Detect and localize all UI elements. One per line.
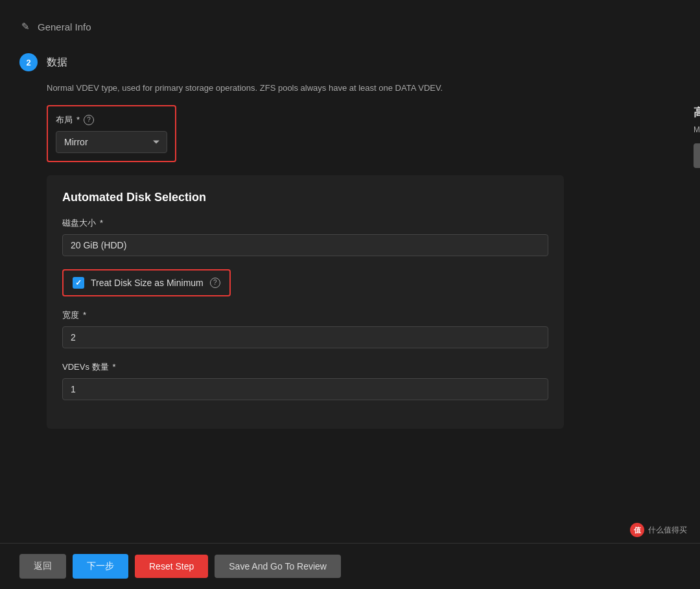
step-section: 2 数据 xyxy=(19,53,681,71)
vdevs-label: VDEVs 数量 * xyxy=(62,361,548,373)
disk-size-label-text: 磁盘大小 xyxy=(62,217,96,229)
disk-size-field: 磁盘大小 * 20 GiB (HDD) 40 GiB (SSD) 100 GiB… xyxy=(62,217,548,256)
vdevs-select-wrapper: 1 2 3 4 xyxy=(62,378,548,400)
disk-size-label: 磁盘大小 * xyxy=(62,217,548,229)
side-panel-title: 高级选项 xyxy=(694,105,700,120)
width-required: * xyxy=(83,310,86,320)
disk-size-required: * xyxy=(100,218,103,228)
automated-disk-card: Automated Disk Selection 磁盘大小 * 20 GiB (… xyxy=(47,175,564,429)
side-panel: 高级选项 Manual disk selection 手动选择磁盘 xyxy=(694,105,700,168)
watermark-icon: 值 xyxy=(630,523,644,537)
general-info-label: General Info xyxy=(38,21,91,32)
width-select[interactable]: 1 2 3 4 xyxy=(62,326,548,348)
step-badge: 2 xyxy=(19,53,38,71)
layout-label-text: 布局 xyxy=(56,114,73,126)
width-label-text: 宽度 xyxy=(62,309,79,321)
width-select-wrapper: 1 2 3 4 xyxy=(62,326,548,348)
step-title: 数据 xyxy=(47,53,67,69)
footer-buttons: 返回 下一步 Reset Step Save And Go To Review xyxy=(0,543,700,589)
back-button[interactable]: 返回 xyxy=(19,554,66,579)
reset-button[interactable]: Reset Step xyxy=(135,555,208,578)
layout-select[interactable]: Mirror RAIDZ1 RAIDZ2 RAIDZ3 Stripe xyxy=(56,131,167,153)
width-field: 宽度 * 1 2 3 4 xyxy=(62,309,548,348)
treat-disk-help-icon[interactable]: ? xyxy=(210,278,220,288)
pencil-icon: ✎ xyxy=(19,21,31,32)
layout-field-label: 磁盘大小 布局 * ? xyxy=(56,114,167,126)
treat-disk-checkbox[interactable] xyxy=(73,277,84,289)
watermark-text: 什么值得买 xyxy=(648,525,687,536)
side-panel-description: Manual disk selection xyxy=(694,125,700,134)
vdevs-label-text: VDEVs 数量 xyxy=(62,361,109,373)
treat-disk-checkbox-row[interactable]: Treat Disk Size as Minimum ? xyxy=(62,269,231,296)
layout-field-container: 磁盘大小 布局 * ? Mirror RAIDZ1 RAIDZ2 RAIDZ3 … xyxy=(47,105,176,162)
vdevs-field: VDEVs 数量 * 1 2 3 4 xyxy=(62,361,548,400)
vdevs-select[interactable]: 1 2 3 4 xyxy=(62,378,548,400)
width-label: 宽度 * xyxy=(62,309,548,321)
next-button[interactable]: 下一步 xyxy=(73,554,128,579)
review-button[interactable]: Save And Go To Review xyxy=(215,555,341,578)
vdevs-required: * xyxy=(113,362,116,372)
watermark: 值 什么值得买 xyxy=(630,523,687,537)
disk-size-select[interactable]: 20 GiB (HDD) 40 GiB (SSD) 100 GiB (HDD) xyxy=(62,234,548,256)
manual-select-button[interactable]: 手动选择磁盘 xyxy=(694,143,700,168)
card-title: Automated Disk Selection xyxy=(62,191,548,204)
layout-help-icon[interactable]: ? xyxy=(84,115,94,125)
general-info-header: ✎ General Info xyxy=(19,13,681,40)
treat-disk-label: Treat Disk Size as Minimum xyxy=(91,278,204,288)
step-description: Normal VDEV type, used for primary stora… xyxy=(47,82,681,95)
layout-required-star: * xyxy=(76,115,80,125)
disk-size-select-wrapper: 20 GiB (HDD) 40 GiB (SSD) 100 GiB (HDD) xyxy=(62,234,548,256)
layout-select-wrapper: Mirror RAIDZ1 RAIDZ2 RAIDZ3 Stripe xyxy=(56,131,167,153)
